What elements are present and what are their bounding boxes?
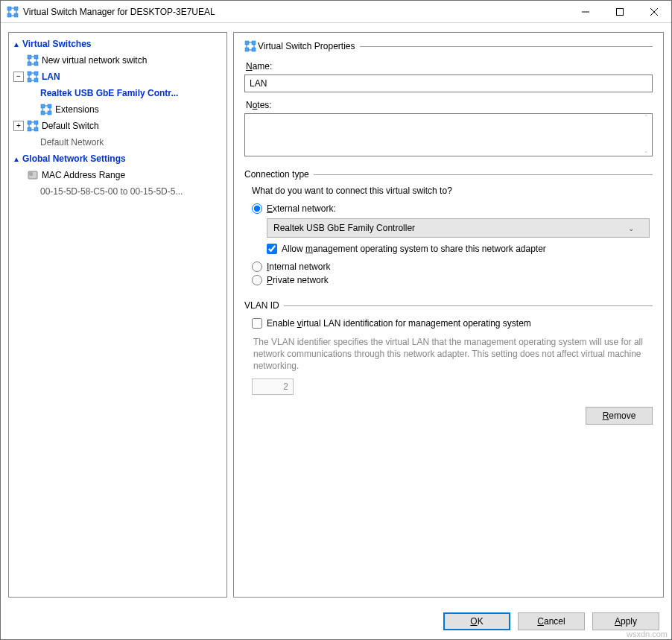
tree-item-label: New virtual network switch — [42, 55, 147, 66]
adapter-selected: Realtek USB GbE Family Controller — [273, 223, 415, 233]
radio-internal[interactable]: Internal network — [252, 262, 650, 272]
chevron-down-icon: ⌄ — [628, 224, 634, 232]
checkbox-label: Enable virtual LAN identification for ma… — [267, 318, 531, 329]
section-header: Virtual Switch Properties — [244, 40, 653, 52]
watermark: wsxdn.com — [627, 630, 668, 639]
scroll-up-icon: ˄ — [640, 114, 652, 121]
nic-icon — [27, 169, 39, 181]
minimize-button[interactable] — [568, 1, 603, 23]
chevron-up-icon: ▲ — [10, 40, 22, 48]
svg-rect-21 — [34, 72, 38, 75]
tree-item-label: Realtek USB GbE Family Contr... — [40, 88, 178, 98]
collapse-icon[interactable]: − — [13, 72, 24, 82]
expand-icon[interactable]: + — [13, 121, 24, 131]
name-input[interactable] — [244, 75, 653, 92]
tree-item-mac-value: 00-15-5D-58-C5-00 to 00-15-5D-5... — [10, 183, 225, 200]
svg-rect-46 — [245, 41, 249, 45]
svg-rect-38 — [28, 127, 31, 131]
tree-section-virtual-switches[interactable]: ▲ Virtual Switches — [10, 36, 225, 52]
tree-item-new-switch[interactable]: New virtual network switch — [10, 52, 225, 69]
tree-item-label: 00-15-5D-58-C5-00 to 00-15-5D-5... — [40, 186, 183, 197]
tree-item-default-network[interactable]: Default Network — [10, 134, 225, 151]
radio-private[interactable]: Private network — [252, 275, 650, 285]
divider — [360, 46, 653, 47]
vlan-id-input — [252, 378, 294, 395]
radio-external-input[interactable] — [252, 203, 262, 214]
svg-rect-31 — [48, 111, 51, 115]
section-title: Virtual Switch Properties — [258, 41, 355, 51]
group-vlan: VLAN ID Enable virtual LAN identificatio… — [244, 300, 653, 396]
svg-rect-39 — [34, 127, 38, 131]
svg-rect-49 — [252, 48, 256, 51]
svg-rect-29 — [48, 104, 51, 108]
checkbox-label: Allow management operating system to sha… — [282, 244, 546, 254]
maximize-button[interactable] — [603, 1, 637, 23]
tree-item-label: Default Network — [40, 137, 104, 148]
divider — [314, 174, 653, 175]
check-enable-vlan[interactable]: Enable virtual LAN identification for ma… — [252, 318, 650, 329]
notes-textarea[interactable] — [244, 113, 653, 156]
notes-label: Notes: — [246, 100, 653, 110]
svg-rect-48 — [245, 48, 249, 51]
ok-button[interactable]: OK — [443, 612, 510, 630]
radio-label: Internal network — [267, 262, 330, 272]
remove-row: Remove — [244, 407, 653, 425]
svg-rect-36 — [28, 121, 31, 124]
scroll-down-icon: ˅ — [640, 151, 652, 158]
tree-item-mac-range[interactable]: MAC Address Range — [10, 167, 225, 183]
app-icon — [7, 6, 19, 18]
tree-item-label: LAN — [42, 72, 60, 82]
window-root: Virtual Switch Manager for DESKTOP-3E7UE… — [0, 0, 672, 640]
group-title: Connection type — [244, 169, 309, 180]
radio-private-input[interactable] — [252, 275, 262, 285]
dialog-buttons: OK Cancel Apply — [1, 603, 671, 639]
chevron-up-icon: ▲ — [10, 155, 22, 163]
radio-external[interactable]: External network: — [252, 203, 650, 214]
switch-icon — [27, 71, 39, 83]
svg-rect-12 — [28, 55, 31, 59]
svg-rect-0 — [7, 7, 11, 10]
svg-rect-14 — [28, 62, 31, 66]
tree-section-label: Virtual Switches — [22, 39, 91, 49]
switch-icon — [27, 54, 39, 66]
switch-icon — [40, 104, 52, 115]
apply-button[interactable]: Apply — [592, 612, 659, 630]
group-title: VLAN ID — [244, 300, 279, 311]
svg-rect-3 — [14, 13, 18, 17]
radio-label: External network: — [267, 203, 336, 214]
svg-rect-1 — [14, 7, 18, 10]
svg-rect-15 — [34, 62, 38, 66]
name-label: Name: — [246, 61, 653, 72]
svg-rect-13 — [34, 55, 38, 59]
svg-rect-47 — [252, 41, 256, 45]
radio-label: Private network — [267, 275, 329, 285]
check-allow-mgmt-input[interactable] — [267, 244, 277, 254]
cancel-button[interactable]: Cancel — [518, 612, 585, 630]
close-button[interactable] — [637, 1, 671, 23]
svg-rect-23 — [34, 78, 38, 82]
tree-item-label: Extensions — [55, 104, 99, 115]
svg-rect-37 — [34, 121, 38, 124]
adapter-select[interactable]: Realtek USB GbE Family Controller ⌄ — [267, 218, 650, 238]
vlan-description: The VLAN identifier specifies the virtua… — [253, 336, 648, 373]
tree-item-lan[interactable]: − LAN — [10, 69, 225, 85]
window-controls — [568, 1, 671, 23]
textarea-scrollbar[interactable]: ˄˅ — [640, 114, 652, 158]
connection-question: What do you want to connect this virtual… — [252, 186, 650, 196]
tree-item-label: MAC Address Range — [42, 170, 125, 180]
tree-item-lan-adapter[interactable]: Realtek USB GbE Family Contr... — [10, 85, 225, 101]
radio-internal-input[interactable] — [252, 262, 262, 272]
left-pane: ▲ Virtual Switches New virtual network s… — [8, 32, 227, 598]
right-pane: Virtual Switch Properties Name: Notes: ˄… — [233, 32, 664, 598]
check-enable-vlan-input[interactable] — [252, 318, 262, 329]
check-allow-mgmt[interactable]: Allow management operating system to sha… — [267, 244, 650, 254]
switch-icon — [27, 120, 39, 132]
remove-button[interactable]: Remove — [586, 407, 653, 425]
tree-item-extensions[interactable]: Extensions — [10, 101, 225, 118]
tree-section-label: Global Network Settings — [22, 153, 126, 164]
tree-item-default-switch[interactable]: + Default Switch — [10, 118, 225, 134]
tree: ▲ Virtual Switches New virtual network s… — [9, 33, 226, 203]
svg-rect-22 — [28, 78, 31, 82]
group-connection-type: Connection type What do you want to conn… — [244, 169, 653, 290]
tree-section-global[interactable]: ▲ Global Network Settings — [10, 151, 225, 167]
